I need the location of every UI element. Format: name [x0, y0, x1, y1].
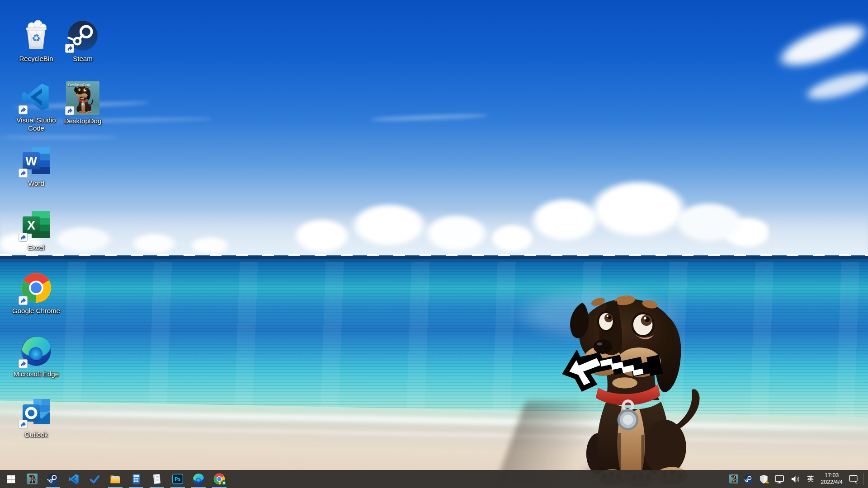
desktop-icon-chrome[interactable]: Google Chrome — [9, 270, 63, 315]
todo-checkmark-icon — [89, 474, 100, 485]
taskbar-left: Ps — [0, 470, 230, 488]
desktop-icon-desktopdog[interactable]: DesktopDog DesktopDog — [56, 80, 110, 125]
ime-language-indicator[interactable]: 英 — [803, 475, 817, 483]
taskbar-item-steam[interactable] — [42, 470, 63, 488]
ocean-horizon — [0, 254, 868, 262]
desktopdog-tray-icon — [729, 474, 738, 483]
taskbar-item-notepad[interactable] — [146, 470, 167, 488]
icon-label: DesktopDog — [64, 117, 102, 125]
tray-steam-icon[interactable] — [741, 470, 756, 488]
icon-label: Outlook — [24, 431, 48, 439]
taskbar-item-edge[interactable] — [188, 470, 209, 488]
shortcut-arrow-icon — [65, 106, 74, 115]
excel-letter: X — [27, 219, 35, 232]
tray-volume-icon[interactable] — [788, 470, 803, 488]
taskbar-item-chrome[interactable] — [209, 470, 230, 488]
word-letter: W — [25, 155, 37, 168]
show-desktop-button[interactable] — [864, 470, 868, 488]
taskbar-separator — [863, 473, 863, 485]
shortcut-arrow-icon — [19, 169, 28, 178]
start-button[interactable] — [0, 470, 22, 488]
taskbar-item-desktopdog[interactable] — [22, 470, 42, 488]
desktopdog-taskbar-icon — [27, 474, 38, 484]
desktop-icon-recyclebin[interactable]: ♻ RecycleBin — [9, 18, 63, 63]
desktop[interactable]: ♻ RecycleBin Visual Studio Code W Word X… — [0, 0, 868, 488]
cirrus-wisp — [0, 136, 118, 139]
shortcut-arrow-icon — [19, 420, 28, 429]
clock-date: 2022/4/4 — [821, 479, 843, 486]
taskbar-clock[interactable]: 17:03 2022/4/4 — [817, 472, 846, 486]
desktop-icon-steam[interactable]: Steam — [56, 18, 110, 63]
action-center-button[interactable] — [846, 470, 861, 488]
taskbar-item-file-explorer[interactable] — [105, 470, 126, 488]
shortcut-arrow-icon — [19, 233, 28, 242]
notepad-icon — [151, 473, 163, 485]
tray-defender-warning-icon[interactable] — [756, 470, 772, 488]
taskbar-tray: 英 17:03 2022/4/4 — [726, 470, 868, 488]
edge-icon — [193, 473, 204, 485]
windows-logo-icon — [7, 475, 15, 483]
svg-text:Ps: Ps — [175, 476, 181, 482]
shortcut-arrow-icon — [19, 359, 28, 368]
icon-label: Steam — [73, 55, 92, 63]
taskbar-item-todo[interactable] — [84, 470, 105, 488]
vscode-icon — [68, 474, 80, 485]
shortcut-arrow-icon — [65, 44, 74, 53]
desktop-icon-word[interactable]: W Word — [9, 143, 63, 188]
taskbar-item-calculator[interactable] — [126, 470, 146, 488]
file-explorer-icon — [109, 473, 121, 485]
recycle-glyph: ♻ — [32, 33, 41, 44]
icon-label: RecycleBin — [19, 55, 53, 63]
icon-label: Excel — [28, 244, 45, 252]
cloud-cluster-right — [497, 174, 769, 258]
steam-icon — [47, 473, 59, 485]
pixel-cursor-in-mouth — [562, 336, 673, 403]
desktop-icon-excel[interactable]: X Excel — [9, 207, 63, 252]
shortcut-arrow-icon — [19, 105, 28, 114]
desktop-icon-edge[interactable]: Microsoft Edge — [9, 333, 63, 378]
taskbar: Ps — [0, 470, 868, 488]
tray-network-icon[interactable] — [772, 470, 788, 488]
icon-label: Word — [28, 179, 44, 188]
recycle-bin-icon: ♻ — [20, 19, 52, 52]
taskbar-item-photoshop[interactable]: Ps — [167, 470, 188, 488]
desktop-icon-vscode[interactable]: Visual Studio Code — [9, 80, 63, 133]
icon-label: Microsoft Edge — [14, 370, 59, 378]
desktopdog-thumb-text: DesktopDog — [68, 83, 90, 87]
taskbar-item-vscode[interactable] — [63, 470, 84, 488]
notification-bubble-icon — [849, 474, 859, 484]
desktop-icon-outlook[interactable]: Outlook — [9, 394, 63, 439]
chrome-profile-badge — [221, 480, 226, 486]
icon-label: Google Chrome — [12, 307, 60, 315]
calculator-icon — [131, 474, 142, 485]
icon-label: Visual Studio Code — [9, 116, 63, 133]
shortcut-arrow-icon — [19, 296, 28, 305]
clock-time: 17:03 — [821, 472, 843, 479]
photoshop-icon: Ps — [172, 473, 184, 485]
desktopdog-thumb-dog — [71, 85, 95, 114]
wallpaper-ocean — [0, 262, 868, 418]
tray-desktopdog-icon[interactable] — [726, 470, 741, 488]
